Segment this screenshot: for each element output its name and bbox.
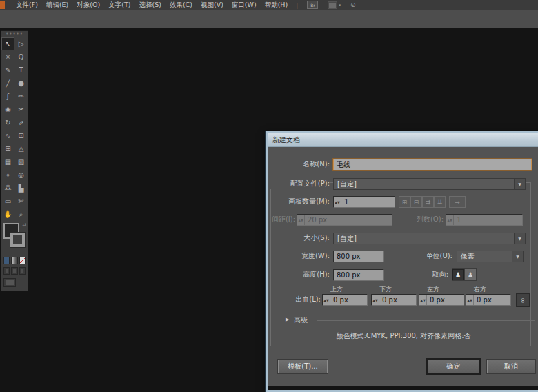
app-logo-icon: [0, 1, 5, 9]
direct-selection-tool[interactable]: ▷: [14, 37, 28, 50]
orientation-landscape-button[interactable]: ♟: [464, 268, 477, 281]
hand-tool[interactable]: ✋: [1, 208, 14, 221]
selection-tool[interactable]: ↖: [1, 37, 14, 50]
screen-mode-button[interactable]: [3, 278, 16, 287]
paintbrush-tool[interactable]: ʃ: [1, 90, 14, 103]
advanced-label: 高级: [294, 315, 315, 326]
menu-item-effect[interactable]: 效果(C): [166, 1, 197, 10]
spinner-icon[interactable]: ▲▼: [372, 295, 379, 305]
advanced-section[interactable]: ▶ 高级: [268, 315, 538, 326]
chevron-down-icon[interactable]: ▼: [514, 233, 525, 244]
cancel-button[interactable]: 取消: [487, 360, 535, 373]
bleed-header-left: 左方: [427, 285, 439, 294]
spacing-input: ▲▼ 20 px: [297, 214, 392, 226]
menu-item-help[interactable]: 帮助(H): [261, 1, 292, 10]
chevron-down-icon[interactable]: ▼: [512, 251, 523, 262]
arrange-documents-icon[interactable]: ▾: [328, 1, 341, 9]
magic-wand-tool[interactable]: ✳: [1, 50, 14, 63]
bleed-header-bottom: 下方: [379, 285, 392, 294]
orientation-portrait-button[interactable]: ♟: [452, 268, 464, 281]
panel-grip[interactable]: •••••: [1, 31, 28, 37]
menu-item-view[interactable]: 视图(V): [197, 1, 228, 10]
swap-fill-stroke-icon[interactable]: ⇄: [22, 222, 26, 228]
pen-tool[interactable]: ✎: [1, 63, 14, 77]
spinner-icon[interactable]: ▲▼: [323, 295, 330, 305]
column-graph-tool-icon: ▙: [19, 184, 24, 192]
size-select[interactable]: [自定] ▼: [333, 233, 526, 244]
dialog-title-bar[interactable]: 新建文档: [268, 133, 538, 147]
zoom-tool[interactable]: ⌕: [14, 208, 28, 221]
rotate-tool[interactable]: ↻: [1, 116, 14, 129]
shape-builder-tool[interactable]: ⊞: [1, 142, 14, 155]
draw-inside-button[interactable]: [19, 267, 26, 275]
stroke-swatch[interactable]: [10, 233, 25, 247]
bleed-left-input[interactable]: ▲▼0 px: [419, 294, 464, 306]
menu-item-window[interactable]: 窗口(W): [228, 1, 261, 10]
line-segment-tool[interactable]: ╱: [1, 77, 14, 90]
blob-brush-tool[interactable]: ◉: [1, 103, 14, 116]
cs-live-icon[interactable]: ⊙: [350, 1, 356, 8]
menu-item-file[interactable]: 文件(F): [12, 1, 42, 10]
slice-tool[interactable]: ✄: [14, 195, 28, 208]
scissors-tool[interactable]: ✂: [14, 103, 28, 116]
bleed-top-input[interactable]: ▲▼0 px: [322, 294, 368, 306]
bleed-label: 出血(L):: [268, 294, 321, 305]
scale-tool[interactable]: ⇗: [14, 116, 28, 129]
blend-tool[interactable]: ◎: [14, 168, 28, 182]
color-mode-row: [1, 255, 28, 266]
selection-tool-icon: ↖: [5, 40, 10, 48]
columns-label: 列数(O):: [385, 214, 444, 225]
artboard-tool[interactable]: ▭: [1, 195, 14, 208]
menu-item-type[interactable]: 文字(T): [104, 1, 134, 10]
width-input[interactable]: 800 px: [333, 251, 384, 262]
control-bar: [0, 10, 538, 29]
ok-button[interactable]: 确定: [428, 360, 479, 373]
link-bleed-values-icon[interactable]: ∞: [516, 293, 530, 307]
template-button[interactable]: 模板(T)...: [278, 360, 328, 373]
expand-arrow-icon[interactable]: ▶: [286, 317, 289, 322]
gradient-tool[interactable]: ▧: [14, 155, 28, 168]
spinner-icon[interactable]: ▲▼: [419, 295, 427, 305]
bleed-bottom-input[interactable]: ▲▼0 px: [371, 294, 417, 306]
menu-item-object[interactable]: 对象(O): [72, 1, 104, 10]
color-button[interactable]: [3, 257, 10, 264]
document-summary: 颜色模式:CMYK, PPI:300, 对齐像素网格:否: [268, 331, 538, 341]
profile-select[interactable]: [自定] ▼: [333, 178, 526, 190]
draw-normal-button[interactable]: [3, 267, 10, 275]
orientation-label: 取向:: [392, 269, 448, 280]
eyedropper-tool[interactable]: ⌖: [1, 168, 14, 182]
lasso-tool[interactable]: Q: [14, 50, 28, 63]
scale-tool-icon: ⇗: [18, 119, 23, 126]
type-tool[interactable]: T: [14, 63, 28, 77]
magic-wand-tool-icon: ✳: [5, 53, 10, 61]
ellipse-tool-icon: ●: [18, 79, 24, 87]
perspective-grid-tool[interactable]: △: [14, 142, 28, 155]
zoom-tool-icon: ⌕: [19, 210, 23, 219]
menu-item-select[interactable]: 选择(S): [134, 1, 165, 10]
units-select[interactable]: 像素 ▼: [457, 251, 524, 262]
none-button[interactable]: [19, 257, 26, 264]
bleed-right-input[interactable]: ▲▼0 px: [466, 294, 511, 306]
mesh-tool[interactable]: ▦: [1, 155, 14, 168]
blend-tool-icon: ◎: [18, 171, 24, 179]
gradient-button[interactable]: [11, 257, 17, 264]
bridge-icon[interactable]: Br: [307, 1, 318, 9]
symbol-sprayer-tool-icon: ⁂: [5, 184, 12, 192]
menu-item-edit[interactable]: 编辑(E): [42, 1, 72, 10]
height-input[interactable]: 800 px: [333, 269, 384, 281]
artboard-count-stepper[interactable]: ▲▼ 1: [333, 196, 395, 208]
direct-selection-tool-icon: ▷: [19, 40, 24, 48]
name-input[interactable]: 毛线: [333, 159, 532, 170]
symbol-sprayer-tool[interactable]: ⁂: [1, 182, 14, 195]
artboard-tool-icon: ▭: [5, 197, 11, 205]
draw-behind-button[interactable]: [11, 267, 17, 275]
free-transform-tool[interactable]: ⊡: [14, 129, 28, 142]
chevron-down-icon[interactable]: ▼: [514, 179, 525, 189]
spinner-icon[interactable]: ▲▼: [466, 295, 474, 305]
screen-mode-row: [1, 276, 28, 291]
spinner-icon[interactable]: ▲▼: [334, 197, 341, 207]
pencil-tool[interactable]: ✏: [14, 90, 28, 103]
width-tool[interactable]: ∿: [1, 129, 14, 142]
ellipse-tool[interactable]: ●: [14, 77, 28, 90]
column-graph-tool[interactable]: ▙: [14, 182, 28, 195]
